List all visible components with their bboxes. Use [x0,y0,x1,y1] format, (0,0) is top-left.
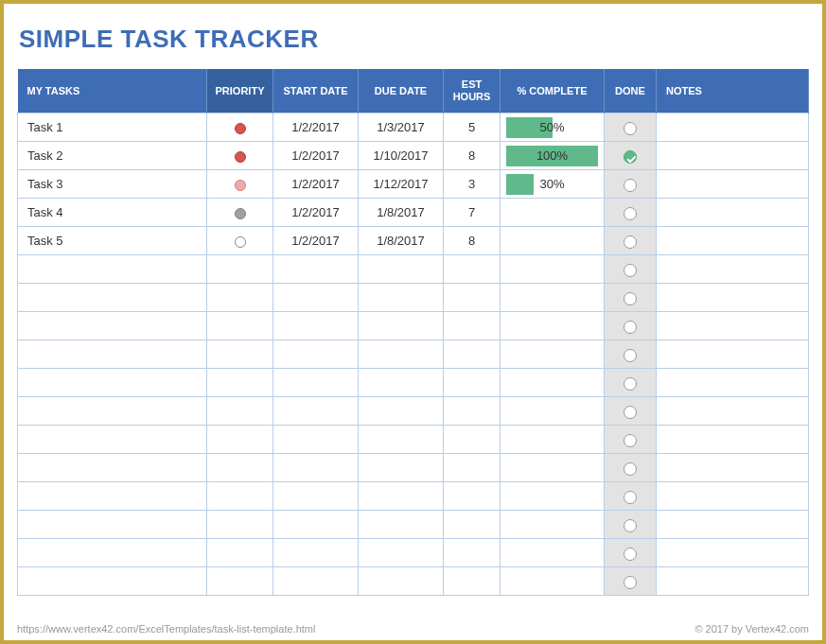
cell-due-date[interactable] [359,397,444,426]
cell-priority[interactable] [207,511,273,539]
cell-percent-complete[interactable]: 30% [501,170,605,199]
cell-est-hours[interactable]: 8 [444,142,501,170]
cell-notes[interactable] [657,426,809,454]
cell-priority[interactable] [207,397,273,426]
cell-percent-complete[interactable] [501,312,605,340]
cell-notes[interactable] [657,199,809,227]
cell-priority[interactable] [207,199,273,227]
cell-done[interactable] [605,113,657,142]
cell-done[interactable] [605,511,657,539]
cell-priority[interactable] [207,312,273,340]
cell-priority[interactable] [207,113,273,142]
cell-priority[interactable] [207,454,273,482]
cell-est-hours[interactable] [444,567,501,596]
cell-notes[interactable] [657,227,809,255]
cell-percent-complete[interactable] [501,199,605,227]
cell-due-date[interactable] [359,482,444,511]
cell-due-date[interactable] [359,567,444,596]
cell-start-date[interactable] [273,369,359,397]
cell-notes[interactable] [657,312,809,340]
cell-est-hours[interactable] [444,284,501,312]
cell-percent-complete[interactable] [501,539,605,567]
cell-done[interactable] [605,312,657,340]
cell-due-date[interactable] [359,539,444,567]
cell-task[interactable] [18,511,207,539]
cell-percent-complete[interactable] [501,482,605,511]
cell-done[interactable] [605,142,657,170]
cell-notes[interactable] [657,539,809,567]
cell-est-hours[interactable] [444,369,501,397]
cell-est-hours[interactable] [444,426,501,454]
cell-start-date[interactable] [273,454,359,482]
cell-notes[interactable] [657,340,809,369]
cell-done[interactable] [605,369,657,397]
cell-est-hours[interactable]: 7 [444,199,501,227]
cell-task[interactable] [18,284,207,312]
cell-percent-complete[interactable] [501,255,605,284]
cell-due-date[interactable]: 1/10/2017 [359,142,444,170]
cell-due-date[interactable]: 1/12/2017 [359,170,444,199]
cell-priority[interactable] [207,369,273,397]
cell-due-date[interactable]: 1/8/2017 [359,227,444,255]
cell-percent-complete[interactable]: 50% [501,113,605,142]
cell-start-date[interactable] [273,312,359,340]
cell-start-date[interactable]: 1/2/2017 [273,227,359,255]
cell-due-date[interactable] [359,454,444,482]
cell-task[interactable]: Task 3 [18,170,207,199]
cell-est-hours[interactable] [444,454,501,482]
cell-est-hours[interactable] [444,255,501,284]
cell-done[interactable] [605,340,657,369]
cell-done[interactable] [605,284,657,312]
cell-est-hours[interactable]: 8 [444,227,501,255]
cell-done[interactable] [605,539,657,567]
cell-notes[interactable] [657,397,809,426]
cell-est-hours[interactable] [444,539,501,567]
cell-task[interactable] [18,255,207,284]
cell-priority[interactable] [207,340,273,369]
cell-task[interactable] [18,539,207,567]
cell-task[interactable] [18,482,207,511]
cell-task[interactable] [18,312,207,340]
cell-est-hours[interactable] [444,340,501,369]
cell-percent-complete[interactable] [501,369,605,397]
cell-done[interactable] [605,567,657,596]
cell-percent-complete[interactable] [501,284,605,312]
cell-start-date[interactable]: 1/2/2017 [273,170,359,199]
cell-task[interactable] [18,567,207,596]
cell-priority[interactable] [207,170,273,199]
cell-done[interactable] [605,426,657,454]
cell-est-hours[interactable] [444,482,501,511]
cell-due-date[interactable]: 1/8/2017 [359,199,444,227]
cell-est-hours[interactable] [444,397,501,426]
cell-due-date[interactable] [359,426,444,454]
cell-start-date[interactable] [273,284,359,312]
cell-priority[interactable] [207,567,273,596]
cell-notes[interactable] [657,567,809,596]
cell-start-date[interactable] [273,539,359,567]
cell-task[interactable]: Task 1 [18,113,207,142]
cell-percent-complete[interactable] [501,426,605,454]
cell-task[interactable] [18,397,207,426]
cell-percent-complete[interactable] [501,340,605,369]
cell-task[interactable] [18,454,207,482]
cell-task[interactable]: Task 2 [18,142,207,170]
cell-notes[interactable] [657,255,809,284]
cell-done[interactable] [605,482,657,511]
cell-due-date[interactable] [359,369,444,397]
cell-percent-complete[interactable] [501,567,605,596]
cell-start-date[interactable] [273,255,359,284]
cell-percent-complete[interactable]: 100% [501,142,605,170]
cell-notes[interactable] [657,142,809,170]
cell-start-date[interactable] [273,482,359,511]
cell-done[interactable] [605,454,657,482]
cell-task[interactable] [18,426,207,454]
cell-notes[interactable] [657,170,809,199]
cell-priority[interactable] [207,482,273,511]
cell-due-date[interactable] [359,340,444,369]
cell-start-date[interactable] [273,511,359,539]
cell-due-date[interactable]: 1/3/2017 [359,113,444,142]
cell-notes[interactable] [657,369,809,397]
cell-percent-complete[interactable] [501,511,605,539]
cell-done[interactable] [605,199,657,227]
cell-priority[interactable] [207,426,273,454]
